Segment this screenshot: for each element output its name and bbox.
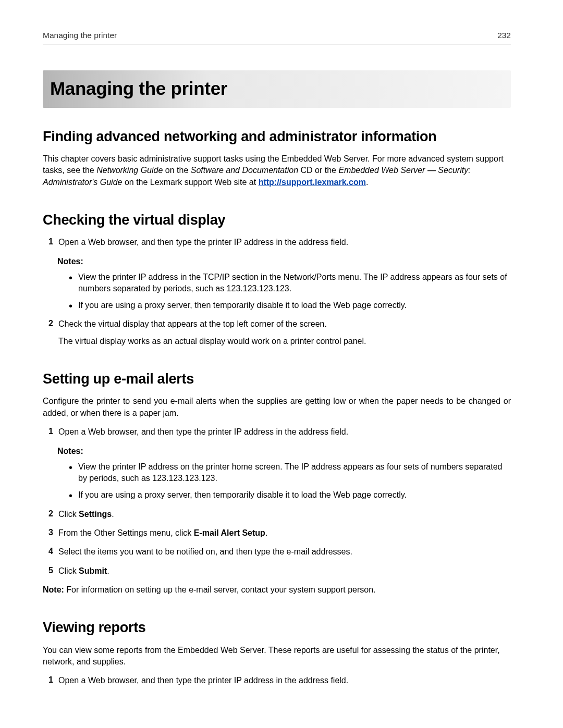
list-item: 1 Open a Web browser, and then type the … bbox=[43, 426, 511, 438]
heading-virtual-display: Checking the virtual display bbox=[43, 211, 511, 229]
notes-label: Notes: bbox=[57, 256, 511, 267]
heading-email-alerts: Setting up e‑mail alerts bbox=[43, 370, 511, 388]
step-body: Select the items you want to be notified… bbox=[58, 546, 511, 558]
step-number: 1 bbox=[46, 675, 58, 686]
step-number: 4 bbox=[46, 546, 58, 558]
section-virtual-display: Checking the virtual display 1 Open a We… bbox=[43, 211, 511, 347]
section-email-alerts: Setting up e‑mail alerts Configure the p… bbox=[43, 370, 511, 596]
paragraph: This chapter covers basic administrative… bbox=[43, 153, 511, 188]
step-body: Open a Web browser, and then type the pr… bbox=[58, 426, 511, 438]
section-advanced-networking: Finding advanced networking and administ… bbox=[43, 128, 511, 188]
step-body: From the Other Settings menu, click E‑ma… bbox=[58, 527, 511, 539]
note-item: View the printer IP address on the print… bbox=[69, 461, 511, 484]
step-number: 1 bbox=[46, 237, 58, 248]
heading-viewing-reports: Viewing reports bbox=[43, 619, 511, 637]
list-item: 2 Check the virtual display that appears… bbox=[43, 318, 511, 347]
header-title: Managing the printer bbox=[43, 30, 117, 41]
paragraph: You can view some reports from the Embed… bbox=[43, 645, 511, 668]
list-item: 1 Open a Web browser, and then type the … bbox=[43, 237, 511, 248]
step-body: Check the virtual display that appears a… bbox=[58, 318, 511, 347]
step-body: Open a Web browser, and then type the pr… bbox=[58, 675, 511, 686]
note-item: If you are using a proxy server, then te… bbox=[69, 300, 511, 311]
page-header: Managing the printer 232 bbox=[43, 30, 511, 44]
note-item: View the printer IP address in the TCP/I… bbox=[69, 272, 511, 294]
notes-label: Notes: bbox=[57, 446, 511, 457]
header-page-number: 232 bbox=[497, 30, 511, 41]
step-body: Click Submit. bbox=[58, 565, 511, 577]
support-link[interactable]: http://support.lexmark.com bbox=[259, 178, 366, 187]
page-title: Managing the printer bbox=[43, 70, 511, 108]
note-item: If you are using a proxy server, then te… bbox=[69, 489, 511, 501]
step-number: 2 bbox=[46, 509, 58, 520]
list-item: 4 Select the items you want to be notifi… bbox=[43, 546, 511, 558]
notes-list: View the printer IP address in the TCP/I… bbox=[69, 272, 511, 311]
list-item: 2 Click Settings. bbox=[43, 509, 511, 520]
list-item: 3 From the Other Settings menu, click E‑… bbox=[43, 527, 511, 539]
step-number: 2 bbox=[46, 318, 58, 347]
step-body: Open a Web browser, and then type the pr… bbox=[58, 237, 511, 248]
step-number: 3 bbox=[46, 527, 58, 539]
step-number: 5 bbox=[46, 565, 58, 577]
heading-advanced-networking: Finding advanced networking and administ… bbox=[43, 128, 511, 146]
section-viewing-reports: Viewing reports You can view some report… bbox=[43, 619, 511, 686]
paragraph: Configure the printer to send you e-mail… bbox=[43, 396, 511, 419]
step-body: Click Settings. bbox=[58, 509, 511, 520]
list-item: 5 Click Submit. bbox=[43, 565, 511, 577]
step-number: 1 bbox=[46, 426, 58, 438]
list-item: 1 Open a Web browser, and then type the … bbox=[43, 675, 511, 686]
notes-list: View the printer IP address on the print… bbox=[69, 461, 511, 501]
final-note: Note: For information on setting up the … bbox=[43, 584, 511, 596]
